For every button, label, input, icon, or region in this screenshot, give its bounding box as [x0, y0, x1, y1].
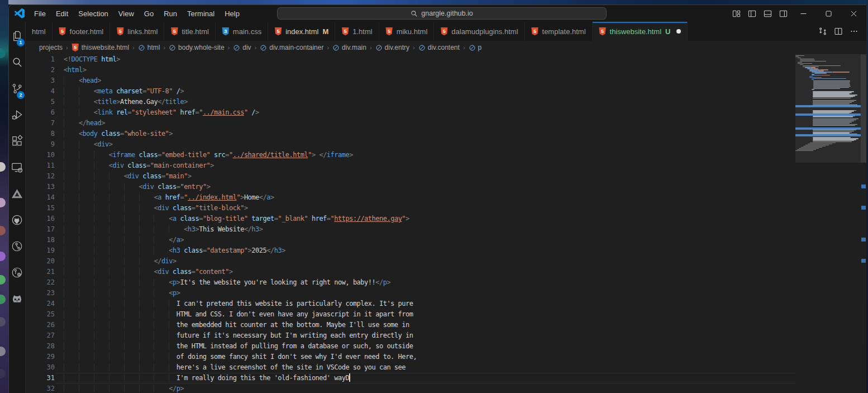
- code-line-content[interactable]: <div class="content">: [55, 267, 795, 277]
- code-line-13[interactable]: 13 <div class="entry">: [26, 182, 795, 192]
- menu-help[interactable]: Help: [220, 8, 245, 20]
- code-line-20[interactable]: 20 </div>: [26, 256, 795, 267]
- code-line-content[interactable]: <p>It's the website you're looking at ri…: [55, 277, 795, 288]
- breadcrumb-item-thiswebsite.html[interactable]: 5thiswebsite.html: [71, 44, 129, 52]
- tab-title.html[interactable]: 5title.html: [164, 22, 215, 41]
- menu-go[interactable]: Go: [139, 8, 159, 20]
- line-number[interactable]: 5: [26, 97, 55, 107]
- code-line-26[interactable]: 26 the embedded hit counter at the botto…: [26, 320, 795, 330]
- line-number[interactable]: 14: [26, 192, 55, 203]
- minimap-slider[interactable]: [795, 54, 861, 163]
- tab-index.html[interactable]: 5index.htmlM: [268, 22, 335, 41]
- customize-layout-icon[interactable]: [728, 6, 744, 21]
- toggle-secondary-sidebar-icon[interactable]: [775, 6, 791, 21]
- code-line-23[interactable]: 23 <p>: [26, 288, 795, 299]
- line-number[interactable]: 1: [26, 54, 55, 65]
- code-line-28[interactable]: 28 the HTML instead of pulling from a da…: [26, 341, 795, 352]
- code-line-content[interactable]: the embedded hit counter at the bottom. …: [55, 320, 795, 330]
- breadcrumb-item-body.whole-site[interactable]: body.whole-site: [169, 44, 225, 51]
- code-line-content[interactable]: <a href="../index.html">Home</a>: [55, 192, 795, 203]
- line-number[interactable]: 15: [26, 203, 55, 214]
- code-line-9[interactable]: 9 <div>: [26, 139, 795, 150]
- code-line-content[interactable]: <title>Athene.Gay</title>: [55, 97, 795, 107]
- line-number[interactable]: 9: [26, 139, 55, 150]
- line-number[interactable]: 17: [26, 224, 55, 235]
- line-number[interactable]: 21: [26, 267, 55, 277]
- tab-thiswebsite.html[interactable]: 5thiswebsite.htmlU: [593, 22, 688, 41]
- code-line-4[interactable]: 4 <meta charset="UTF-8" />: [26, 86, 795, 97]
- unsaved-dot-icon[interactable]: [676, 29, 681, 34]
- code-line-content[interactable]: </head>: [55, 118, 795, 129]
- code-line-2[interactable]: 2<html>: [26, 65, 795, 75]
- code-line-content[interactable]: </div>: [55, 256, 795, 267]
- code-line-5[interactable]: 5 <title>Athene.Gay</title>: [26, 97, 795, 107]
- code-line-32[interactable]: 32 </p>: [26, 383, 795, 393]
- line-number[interactable]: 18: [26, 235, 55, 245]
- code-line-15[interactable]: 15 <div class="title-block">: [26, 203, 795, 214]
- line-number[interactable]: 16: [26, 214, 55, 224]
- code-line-content[interactable]: <html>: [55, 65, 795, 75]
- code-line-18[interactable]: 18 </a>: [26, 235, 795, 245]
- line-number[interactable]: 10: [26, 150, 55, 160]
- code-line-content[interactable]: <div class="entry">: [55, 182, 795, 192]
- code-area[interactable]: 1<!DOCTYPE html>2<html>3 <head>4 <meta c…: [26, 54, 795, 393]
- toggle-primary-sidebar-icon[interactable]: [744, 6, 760, 21]
- line-number[interactable]: 29: [26, 352, 55, 362]
- breadcrumb-item-div.entry[interactable]: div.entry: [375, 44, 409, 51]
- menu-file[interactable]: File: [29, 8, 51, 20]
- code-line-3[interactable]: 3 <head>: [26, 75, 795, 86]
- line-number[interactable]: 2: [26, 65, 55, 75]
- line-number[interactable]: 19: [26, 245, 55, 256]
- code-line-14[interactable]: 14 <a href="../index.html">Home</a>: [26, 192, 795, 203]
- line-number[interactable]: 22: [26, 277, 55, 288]
- line-number[interactable]: 7: [26, 118, 55, 129]
- code-line-content[interactable]: <head>: [55, 75, 795, 86]
- activity-remote-explorer-icon[interactable]: [9, 154, 25, 181]
- code-line-content[interactable]: <div class="title-block">: [55, 203, 795, 214]
- split-editor-icon[interactable]: [832, 25, 845, 38]
- code-line-content[interactable]: <meta charset="UTF-8" />: [55, 86, 795, 97]
- minimize-button[interactable]: [791, 5, 816, 22]
- code-line-content[interactable]: I can't pretend this website is particul…: [55, 299, 795, 309]
- tab-footer.html[interactable]: 5footer.html: [53, 22, 111, 41]
- tab-html[interactable]: html: [26, 22, 53, 41]
- code-line-1[interactable]: 1<!DOCTYPE html>: [26, 54, 795, 65]
- activity-explorer-icon[interactable]: 1: [9, 23, 25, 49]
- menu-selection[interactable]: Selection: [73, 8, 113, 20]
- code-line-content[interactable]: <h3>This Website</h3>: [55, 224, 795, 235]
- scrollbar-slider[interactable]: [861, 54, 866, 163]
- code-line-content[interactable]: future if it's necessary but I'm writing…: [55, 330, 795, 341]
- breadcrumb-item-html[interactable]: html: [138, 44, 160, 51]
- code-line-7[interactable]: 7 </head>: [26, 118, 795, 129]
- line-number[interactable]: 24: [26, 299, 55, 309]
- code-line-content[interactable]: the HTML instead of pulling from a datab…: [55, 341, 795, 352]
- code-line-content[interactable]: <body class="whole-site">: [55, 129, 795, 139]
- code-line-content[interactable]: <iframe class="embed-title" src="../shar…: [55, 150, 795, 160]
- open-changes-icon[interactable]: [816, 25, 829, 38]
- line-number[interactable]: 27: [26, 330, 55, 341]
- code-line-content[interactable]: <div>: [55, 139, 795, 150]
- code-line-content[interactable]: </a>: [55, 235, 795, 245]
- code-line-24[interactable]: 24 I can't pretend this website is parti…: [26, 299, 795, 309]
- line-number[interactable]: 23: [26, 288, 55, 299]
- code-line-29[interactable]: 29 of doing some fancy shit I don't see …: [26, 352, 795, 362]
- code-line-10[interactable]: 10 <iframe class="embed-title" src="../s…: [26, 150, 795, 160]
- code-line-12[interactable]: 12 <div class="main">: [26, 171, 795, 182]
- code-line-21[interactable]: 21 <div class="content">: [26, 267, 795, 277]
- code-line-content[interactable]: <div class="main">: [55, 171, 795, 182]
- activity-git-graph-icon[interactable]: [9, 259, 25, 286]
- code-line-content[interactable]: <h3 class="datestamp">2025</h3>: [55, 245, 795, 256]
- code-line-16[interactable]: 16 <a class="blog-title" target="_blank"…: [26, 214, 795, 224]
- activity-extensions-icon[interactable]: [9, 128, 25, 154]
- line-number[interactable]: 6: [26, 107, 55, 118]
- close-button[interactable]: [841, 5, 866, 22]
- menu-terminal[interactable]: Terminal: [182, 8, 220, 20]
- breadcrumb-item-div[interactable]: div: [233, 44, 251, 51]
- code-line-8[interactable]: 8 <body class="whole-site">: [26, 129, 795, 139]
- activity-github-icon[interactable]: [9, 207, 25, 233]
- code-editor[interactable]: 1<!DOCTYPE html>2<html>3 <head>4 <meta c…: [26, 54, 866, 393]
- code-line-25[interactable]: 25 HTML and CSS. I don't even have any j…: [26, 309, 795, 320]
- code-line-30[interactable]: 30 here's a live screenshot of the site …: [26, 362, 795, 373]
- breadcrumb-item-div.main[interactable]: div.main: [332, 44, 366, 51]
- breadcrumb-item-projects[interactable]: projects: [39, 44, 63, 51]
